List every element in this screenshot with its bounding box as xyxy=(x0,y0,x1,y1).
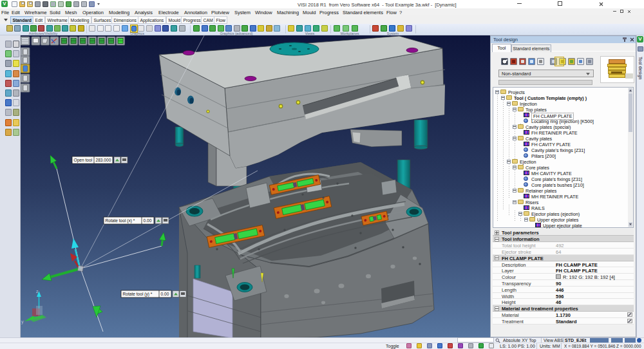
svg-text:Rotate tool (x) *: Rotate tool (x) * xyxy=(106,218,135,223)
svg-text:z: z xyxy=(36,289,39,294)
svg-text:Rotate tool (y) *: Rotate tool (y) * xyxy=(123,292,153,297)
svg-text:0.00: 0.00 xyxy=(144,218,152,223)
svg-text:283.000: 283.000 xyxy=(96,158,111,162)
svg-text:0.00: 0.00 xyxy=(161,292,169,296)
svg-text:y: y xyxy=(21,319,24,325)
svg-text:Open tool: Open tool xyxy=(74,158,93,163)
